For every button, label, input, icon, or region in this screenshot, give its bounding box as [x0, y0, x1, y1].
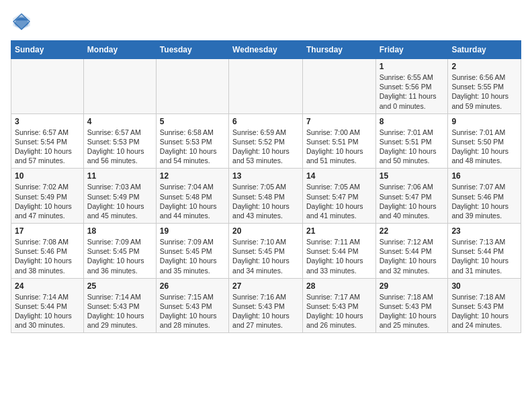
day-number: 20	[232, 226, 299, 236]
week-row-3: 10Sunrise: 7:02 AMSunset: 5:49 PMDayligh…	[11, 169, 521, 224]
day-number: 21	[306, 226, 372, 236]
day-info: Sunrise: 7:18 AMSunset: 5:43 PMDaylight:…	[451, 292, 517, 330]
day-cell	[156, 59, 228, 114]
day-info: Sunrise: 7:00 AMSunset: 5:51 PMDaylight:…	[306, 128, 372, 166]
day-number: 22	[380, 226, 445, 236]
day-cell	[83, 59, 156, 114]
day-cell: 27Sunrise: 7:16 AMSunset: 5:43 PMDayligh…	[229, 278, 303, 333]
day-info: Sunrise: 7:05 AMSunset: 5:48 PMDaylight:…	[232, 182, 299, 220]
day-number: 13	[232, 171, 299, 181]
day-cell	[302, 59, 375, 114]
day-number: 11	[87, 171, 152, 181]
day-info: Sunrise: 6:55 AMSunset: 5:56 PMDaylight:…	[380, 73, 445, 111]
weekday-header-tuesday: Tuesday	[156, 41, 228, 59]
day-number: 28	[306, 281, 372, 291]
day-cell: 24Sunrise: 7:14 AMSunset: 5:44 PMDayligh…	[11, 278, 84, 333]
day-info: Sunrise: 7:09 AMSunset: 5:45 PMDaylight:…	[160, 237, 225, 275]
day-cell: 16Sunrise: 7:07 AMSunset: 5:46 PMDayligh…	[448, 169, 521, 224]
weekday-row: SundayMondayTuesdayWednesdayThursdayFrid…	[11, 41, 521, 59]
day-cell: 17Sunrise: 7:08 AMSunset: 5:46 PMDayligh…	[11, 224, 84, 279]
day-cell: 2Sunrise: 6:56 AMSunset: 5:55 PMDaylight…	[448, 59, 521, 114]
day-cell: 1Sunrise: 6:55 AMSunset: 5:56 PMDaylight…	[375, 59, 448, 114]
day-cell: 14Sunrise: 7:05 AMSunset: 5:47 PMDayligh…	[302, 169, 375, 224]
day-cell: 29Sunrise: 7:18 AMSunset: 5:43 PMDayligh…	[375, 278, 448, 333]
day-info: Sunrise: 6:57 AMSunset: 5:54 PMDaylight:…	[15, 128, 80, 166]
day-cell: 22Sunrise: 7:12 AMSunset: 5:44 PMDayligh…	[375, 224, 448, 279]
day-number: 30	[451, 281, 517, 291]
weekday-header-wednesday: Wednesday	[229, 41, 303, 59]
day-number: 15	[380, 171, 445, 181]
day-info: Sunrise: 6:57 AMSunset: 5:53 PMDaylight:…	[87, 128, 152, 166]
day-number: 26	[160, 281, 225, 291]
week-row-2: 3Sunrise: 6:57 AMSunset: 5:54 PMDaylight…	[11, 113, 521, 169]
day-info: Sunrise: 7:08 AMSunset: 5:46 PMDaylight:…	[15, 237, 80, 275]
day-info: Sunrise: 7:11 AMSunset: 5:44 PMDaylight:…	[306, 237, 372, 275]
weekday-header-saturday: Saturday	[448, 41, 521, 59]
day-number: 3	[15, 117, 80, 126]
day-info: Sunrise: 7:18 AMSunset: 5:43 PMDaylight:…	[380, 292, 445, 330]
weekday-header-monday: Monday	[83, 41, 156, 59]
calendar-body: 1Sunrise: 6:55 AMSunset: 5:56 PMDaylight…	[11, 59, 521, 333]
day-info: Sunrise: 7:03 AMSunset: 5:49 PMDaylight:…	[87, 182, 152, 220]
day-number: 7	[306, 117, 372, 126]
day-info: Sunrise: 7:01 AMSunset: 5:51 PMDaylight:…	[380, 128, 445, 166]
day-cell: 23Sunrise: 7:13 AMSunset: 5:44 PMDayligh…	[448, 224, 521, 279]
day-number: 18	[87, 226, 152, 236]
day-cell: 13Sunrise: 7:05 AMSunset: 5:48 PMDayligh…	[229, 169, 303, 224]
day-info: Sunrise: 7:14 AMSunset: 5:43 PMDaylight:…	[87, 292, 152, 330]
day-info: Sunrise: 7:17 AMSunset: 5:43 PMDaylight:…	[306, 292, 372, 330]
day-cell: 26Sunrise: 7:15 AMSunset: 5:43 PMDayligh…	[156, 278, 228, 333]
week-row-5: 24Sunrise: 7:14 AMSunset: 5:44 PMDayligh…	[11, 278, 521, 333]
weekday-header-sunday: Sunday	[11, 41, 84, 59]
day-number: 12	[160, 171, 225, 181]
day-cell: 11Sunrise: 7:03 AMSunset: 5:49 PMDayligh…	[83, 169, 156, 224]
day-info: Sunrise: 7:15 AMSunset: 5:43 PMDaylight:…	[160, 292, 225, 330]
day-number: 16	[451, 171, 517, 181]
page-header	[11, 11, 521, 32]
weekday-header-friday: Friday	[375, 41, 448, 59]
day-info: Sunrise: 6:58 AMSunset: 5:53 PMDaylight:…	[160, 128, 225, 166]
day-cell: 7Sunrise: 7:00 AMSunset: 5:51 PMDaylight…	[302, 113, 375, 169]
day-cell: 20Sunrise: 7:10 AMSunset: 5:45 PMDayligh…	[229, 224, 303, 279]
day-cell: 19Sunrise: 7:09 AMSunset: 5:45 PMDayligh…	[156, 224, 228, 279]
day-number: 14	[306, 171, 372, 181]
day-info: Sunrise: 7:01 AMSunset: 5:50 PMDaylight:…	[451, 128, 517, 166]
day-number: 19	[160, 226, 225, 236]
day-info: Sunrise: 7:06 AMSunset: 5:47 PMDaylight:…	[380, 182, 445, 220]
week-row-4: 17Sunrise: 7:08 AMSunset: 5:46 PMDayligh…	[11, 224, 521, 279]
day-info: Sunrise: 7:05 AMSunset: 5:47 PMDaylight:…	[306, 182, 372, 220]
day-number: 1	[380, 62, 445, 71]
logo	[11, 11, 36, 32]
day-cell: 4Sunrise: 6:57 AMSunset: 5:53 PMDaylight…	[83, 113, 156, 169]
day-cell: 30Sunrise: 7:18 AMSunset: 5:43 PMDayligh…	[448, 278, 521, 333]
day-cell: 10Sunrise: 7:02 AMSunset: 5:49 PMDayligh…	[11, 169, 84, 224]
day-info: Sunrise: 7:04 AMSunset: 5:48 PMDaylight:…	[160, 182, 225, 220]
day-cell: 9Sunrise: 7:01 AMSunset: 5:50 PMDaylight…	[448, 113, 521, 169]
day-info: Sunrise: 7:13 AMSunset: 5:44 PMDaylight:…	[451, 237, 517, 275]
day-cell: 3Sunrise: 6:57 AMSunset: 5:54 PMDaylight…	[11, 113, 84, 169]
day-info: Sunrise: 7:02 AMSunset: 5:49 PMDaylight:…	[15, 182, 80, 220]
day-cell: 18Sunrise: 7:09 AMSunset: 5:45 PMDayligh…	[83, 224, 156, 279]
day-info: Sunrise: 7:16 AMSunset: 5:43 PMDaylight:…	[232, 292, 299, 330]
day-number: 2	[451, 62, 517, 71]
day-number: 17	[15, 226, 80, 236]
calendar-table: SundayMondayTuesdayWednesdayThursdayFrid…	[11, 40, 521, 333]
day-cell	[229, 59, 303, 114]
day-cell	[11, 59, 84, 114]
day-number: 5	[160, 117, 225, 126]
day-number: 10	[15, 171, 80, 181]
day-info: Sunrise: 7:14 AMSunset: 5:44 PMDaylight:…	[15, 292, 80, 330]
day-number: 27	[232, 281, 299, 291]
day-cell: 5Sunrise: 6:58 AMSunset: 5:53 PMDaylight…	[156, 113, 228, 169]
day-info: Sunrise: 7:07 AMSunset: 5:46 PMDaylight:…	[451, 182, 517, 220]
logo-icon	[11, 11, 32, 32]
day-cell: 25Sunrise: 7:14 AMSunset: 5:43 PMDayligh…	[83, 278, 156, 333]
day-cell: 8Sunrise: 7:01 AMSunset: 5:51 PMDaylight…	[375, 113, 448, 169]
weekday-header-thursday: Thursday	[302, 41, 375, 59]
day-number: 8	[380, 117, 445, 126]
week-row-1: 1Sunrise: 6:55 AMSunset: 5:56 PMDaylight…	[11, 59, 521, 114]
day-number: 29	[380, 281, 445, 291]
day-number: 6	[232, 117, 299, 126]
day-info: Sunrise: 7:10 AMSunset: 5:45 PMDaylight:…	[232, 237, 299, 275]
day-cell: 6Sunrise: 6:59 AMSunset: 5:52 PMDaylight…	[229, 113, 303, 169]
